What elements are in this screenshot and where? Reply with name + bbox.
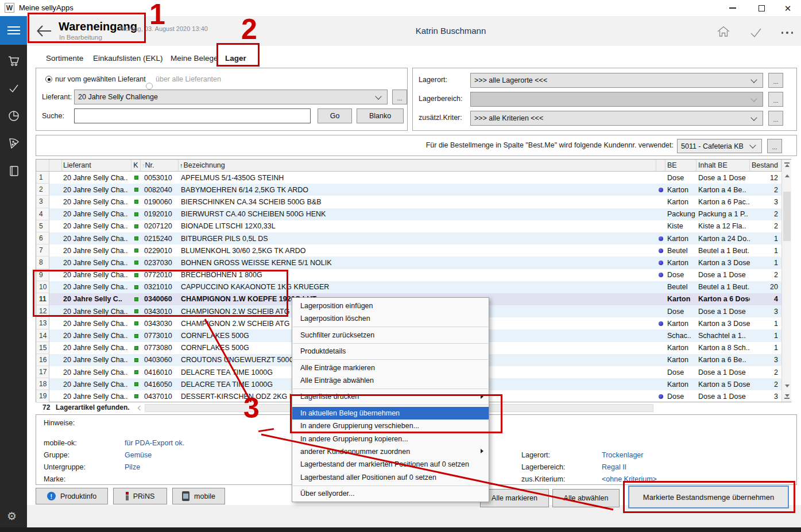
hscroll-left-button[interactable]	[136, 404, 144, 412]
scroll-bottom-button[interactable]	[782, 391, 792, 402]
sidebar-item-statistics[interactable]	[6, 108, 21, 123]
zusaetzl-kriterien-value: >>> alle Kriterien <<<	[471, 114, 752, 122]
back-arrow-icon[interactable]	[36, 24, 53, 38]
col-header-k[interactable]: K	[131, 160, 141, 171]
col-header-be[interactable]: BE	[665, 160, 696, 171]
sidebar-item-cart[interactable]	[6, 53, 21, 68]
maximize-button[interactable]	[752, 0, 771, 16]
customer-more-button[interactable]: ...	[767, 139, 782, 153]
context-menu-item[interactable]: Lagerposition einfügen	[292, 300, 489, 312]
minimize-button[interactable]	[723, 0, 742, 16]
zus-kriterium-label: zus.Kriterium:	[521, 475, 565, 483]
table-row[interactable]: 120 Jahre Selly Cha..0053010APFELMUS 5/1…	[36, 172, 781, 184]
scroll-up-button[interactable]	[782, 170, 792, 181]
tab-sortimente[interactable]: Sortimente	[46, 52, 83, 64]
lagerbereich-more-button[interactable]: ...	[768, 92, 783, 107]
table-row[interactable]: 1020 Jahre Selly Cha..0321010CAPPUCCINO …	[36, 281, 781, 293]
home-button[interactable]	[715, 24, 732, 39]
blue-marker-icon	[659, 394, 663, 399]
scroll-down-button[interactable]	[782, 380, 792, 391]
hamburger-menu-button[interactable]	[0, 16, 27, 45]
green-status-icon	[134, 309, 138, 313]
table-row[interactable]: 520 Jahre Selly Cha..0207120BIONADE LITS…	[36, 220, 781, 232]
col-header-nr[interactable]: ↑Nr.	[141, 160, 179, 171]
col-header-inhalt-be[interactable]: Inhalt BE	[696, 160, 750, 171]
ellipsis-icon	[781, 32, 794, 34]
radio-only-selected-supplier-label: nur vom gewählten Lieferant	[55, 75, 146, 83]
blue-marker-icon	[659, 248, 663, 253]
sidebar-item-offers[interactable]	[6, 136, 21, 150]
table-row[interactable]: 620 Jahre Selly Cha..0215240BITBURGER PI…	[36, 232, 781, 244]
alle-abwaehlen-button[interactable]: Alle abwählen	[552, 489, 620, 507]
tab-einkaufslisten[interactable]: Einkaufslisten (EKL)	[93, 52, 163, 64]
green-status-icon	[134, 224, 138, 228]
markierte-bestandsmenge-uebernehmen-button[interactable]: Markierte Bestandsmenge übernehmen	[628, 486, 789, 508]
scroll-top-icon	[785, 164, 790, 167]
context-menu-item[interactable]: Suchfilter zurücksetzen	[292, 329, 489, 341]
context-menu-item[interactable]: In andere Gruppierung kopieren...	[292, 433, 489, 445]
blanko-button[interactable]: Blanko	[357, 108, 404, 123]
pda-icon	[182, 491, 189, 501]
blue-marker-icon	[659, 261, 663, 265]
context-menu-item[interactable]: anderer Kundennummer zuordnen	[292, 445, 489, 458]
vertical-scrollbar[interactable]	[781, 160, 791, 402]
lieferant-more-button[interactable]: ...	[392, 90, 407, 104]
lieferant-dropdown[interactable]: 20 Jahre Selly Challenge	[74, 90, 388, 104]
more-options-button[interactable]	[779, 25, 795, 40]
context-menu-item[interactable]: Alle Einträge markieren	[292, 362, 489, 374]
tab-lager[interactable]: Lager	[225, 52, 246, 64]
alle-markieren-button[interactable]: Alle markieren	[480, 489, 549, 507]
lieferant-label: Lieferant:	[42, 93, 72, 101]
scroll-up-icon	[785, 174, 790, 177]
green-status-icon	[134, 394, 138, 398]
customer-number-dropdown[interactable]: 5011 - Cafeteria KB	[677, 139, 762, 153]
table-row[interactable]: 820 Jahre Selly Cha..0237030BOHNEN GROSS…	[36, 257, 781, 269]
context-menu-item[interactable]: Alle Einträge abwählen	[292, 374, 489, 387]
col-header-bezeichnung[interactable]: ↑Bezeichnung	[179, 160, 656, 171]
context-menu-item[interactable]: Produktdetails	[292, 345, 489, 358]
submenu-arrow-icon	[481, 394, 483, 399]
table-row[interactable]: 320 Jahre Selly Cha..0190060BIERSCHINKEN…	[36, 196, 781, 208]
table-row[interactable]: 720 Jahre Selly Cha..0229010BLUMENKOHL 3…	[36, 244, 781, 257]
radio-all-suppliers[interactable]	[146, 83, 153, 90]
mobile-button[interactable]: mobile	[172, 488, 225, 504]
radio-only-selected-supplier[interactable]	[45, 76, 52, 83]
context-menu-item[interactable]: Über sellyorder...	[292, 487, 489, 500]
info-icon: !	[47, 492, 56, 500]
suche-label: Suche:	[42, 112, 64, 120]
scrollbar-thumb[interactable]	[783, 192, 791, 241]
table-row[interactable]: 920 Jahre Selly Cha..0772010BRECHBOHNEN …	[36, 269, 781, 281]
sidebar-item-catalog[interactable]	[6, 164, 21, 178]
tab-meine-belege[interactable]: Meine Belege	[171, 52, 218, 64]
user-name: Katrin Buschmann	[405, 26, 497, 36]
prins-button[interactable]: PRiNS	[113, 488, 167, 504]
table-row[interactable]: 420 Jahre Selly Cha..0192010BIERWURST CA…	[36, 208, 781, 220]
untergruppe-value: Pilze	[125, 463, 140, 471]
app-logo-icon: W	[5, 3, 14, 13]
sidebar-item-tasks[interactable]	[6, 81, 21, 95]
zusaetzl-kriterien-dropdown[interactable]: >>> alle Kriterien <<<	[470, 111, 763, 126]
scroll-top-button[interactable]	[782, 160, 792, 170]
book-icon	[7, 164, 21, 178]
close-button[interactable]: ✕	[778, 0, 798, 16]
context-menu-item[interactable]: In aktuellen Beleg übernehmen	[292, 407, 489, 420]
search-input[interactable]	[74, 108, 311, 123]
col-header-lieferant[interactable]: Lieferant	[62, 160, 131, 171]
context-menu-item[interactable]: Lagerposition löschen	[292, 312, 489, 325]
zusaetzl-kriterien-more-button[interactable]: ...	[768, 111, 783, 126]
context-menu-item[interactable]: In andere Gruppierung verschieben...	[292, 420, 489, 432]
table-row[interactable]: 220 Jahre Selly Cha..0082040BABYMOEHREN …	[36, 184, 781, 196]
context-menu-item[interactable]: Lagerliste drucken	[292, 390, 489, 403]
context-menu-item[interactable]: Lagerbestand der markierten Positionen a…	[292, 458, 489, 471]
context-menu-item[interactable]: Lagerbestand aller Positionen auf 0 setz…	[292, 471, 489, 484]
lagerort-dropdown[interactable]: >>> alle Lagerorte <<<	[470, 73, 763, 88]
confirm-button[interactable]	[748, 25, 764, 40]
produktinfo-button[interactable]: ! Produktinfo	[36, 488, 108, 504]
lagerort-more-button[interactable]: ...	[768, 73, 783, 88]
col-header-bestand[interactable]: Bestand	[750, 160, 781, 171]
order-customer-panel: Für die Bestellmenge in Spalte "Best.Me"…	[36, 135, 797, 156]
settings-gear-icon[interactable]: ⚙	[7, 510, 17, 523]
go-button[interactable]: Go	[318, 108, 352, 123]
gruppe-value: Gemüse	[125, 451, 152, 459]
minimize-icon	[729, 7, 736, 9]
